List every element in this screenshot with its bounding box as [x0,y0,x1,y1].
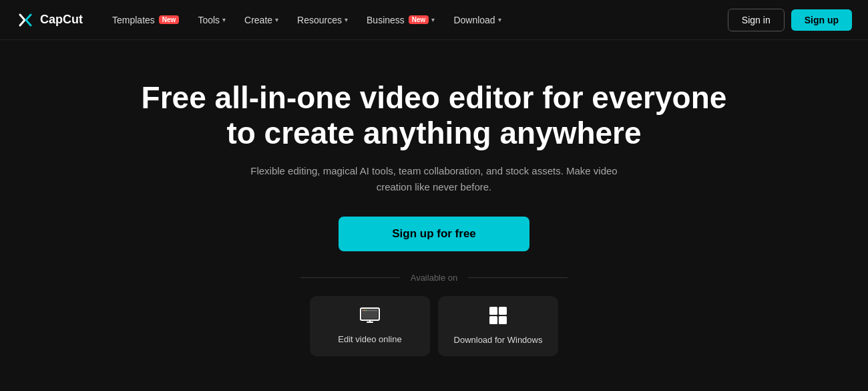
resources-chevron-icon: ▾ [345,16,348,23]
templates-label: Templates [112,15,155,25]
windows-platform-label: Download for Windows [454,335,543,345]
nav-item-download[interactable]: Download ▾ [445,11,509,29]
online-platform-label: Edit video online [338,334,401,344]
business-chevron-icon: ▾ [431,16,435,23]
signup-button[interactable]: Sign up [791,9,852,31]
svg-point-4 [363,310,364,311]
nav-actions: Sign in Sign up [728,9,852,31]
create-chevron-icon: ▾ [275,16,278,23]
tools-chevron-icon: ▾ [222,16,226,23]
svg-point-6 [366,310,367,311]
platform-card-windows[interactable]: Download for Windows [438,296,558,356]
platform-cards: Edit video online Download for Windows [310,296,558,356]
svg-rect-9 [489,307,497,315]
svg-point-5 [364,310,365,311]
svg-rect-12 [499,316,507,324]
business-label: Business [367,15,405,25]
available-on-text: Available on [411,273,458,283]
resources-label: Resources [297,15,342,25]
monitor-icon [360,307,380,328]
nav-item-tools[interactable]: Tools ▾ [190,11,234,29]
svg-rect-10 [499,307,507,315]
platform-card-online[interactable]: Edit video online [310,296,430,356]
hero-title: Free all-in-one video editor for everyon… [134,80,734,151]
templates-badge: New [159,15,180,24]
capcut-logo-icon [16,11,35,29]
hero-subtitle: Flexible editing, magical AI tools, team… [234,163,634,195]
hero-section: Free all-in-one video editor for everyon… [0,40,868,356]
brand-name: CapCut [40,13,83,27]
logo[interactable]: CapCut [16,11,83,29]
download-label: Download [453,15,495,25]
nav-links: Templates New Tools ▾ Create ▾ Resources… [104,11,728,29]
signup-cta-button[interactable]: Sign up for free [339,217,529,251]
available-on-label: Available on [300,273,568,283]
download-chevron-icon: ▾ [498,16,501,23]
svg-rect-11 [489,316,497,324]
navbar: CapCut Templates New Tools ▾ Create ▾ Re… [0,0,868,40]
business-badge: New [409,15,429,24]
windows-icon [489,307,507,328]
nav-item-resources[interactable]: Resources ▾ [289,11,356,29]
nav-item-business[interactable]: Business New ▾ [359,11,443,29]
create-label: Create [244,15,272,25]
nav-item-create[interactable]: Create ▾ [236,11,286,29]
signin-button[interactable]: Sign in [728,9,785,31]
tools-label: Tools [198,15,220,25]
nav-item-templates[interactable]: Templates New [104,11,187,29]
